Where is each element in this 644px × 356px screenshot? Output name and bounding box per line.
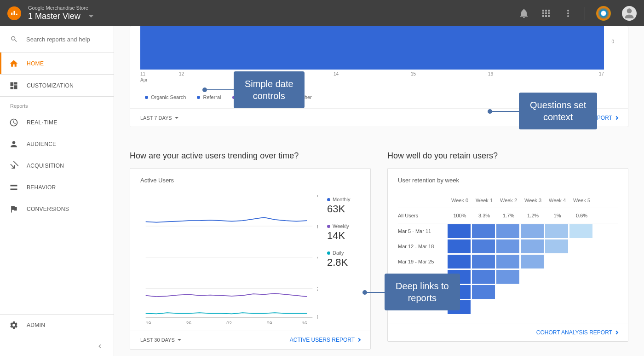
search-icon	[10, 35, 18, 43]
nav-acquisition[interactable]: ACQUISITION	[0, 155, 114, 176]
x-tick: 17	[565, 71, 604, 76]
heat-cell	[472, 255, 495, 268]
table-header: Week 1	[472, 198, 496, 203]
nav-customization[interactable]: CUSTOMIZATION	[0, 75, 114, 96]
svg-text:40K: 40K	[317, 254, 318, 260]
bar-chart	[140, 26, 604, 70]
heat-cell	[521, 224, 544, 238]
table-cell: 3.3%	[472, 213, 496, 218]
legend-dot	[197, 96, 200, 99]
nav-admin[interactable]: ADMIN	[0, 314, 114, 336]
heat-cell	[472, 285, 495, 299]
row-label: Mar 5 - Mar 11	[398, 228, 448, 234]
nav-behavior[interactable]: BEHAVIOR	[0, 176, 114, 198]
apps-icon[interactable]	[540, 8, 552, 19]
card-title: Active Users	[130, 169, 370, 189]
callout-questions: Questions setcontext	[519, 93, 597, 129]
heat-cell	[569, 224, 592, 238]
app-header: Google Merchandise Store 1 Master View	[0, 0, 644, 26]
table-cell: 100%	[448, 213, 472, 218]
table-row: Mar 12 - Mar 18	[398, 239, 618, 254]
active-users-card: Active Users 80K 60K 40K 20K 0	[130, 168, 371, 350]
heat-cell	[545, 239, 568, 253]
table-cell: 1.7%	[496, 213, 521, 218]
user-avatar[interactable]	[622, 6, 637, 21]
view-selector[interactable]: 1 Master View	[28, 12, 93, 21]
search-input[interactable]	[26, 36, 104, 43]
table-row: Mar 19 - Mar 25	[398, 254, 618, 269]
table-header: Week 5	[569, 198, 594, 203]
chevron-down-icon	[175, 117, 178, 119]
more-vert-icon[interactable]	[563, 8, 574, 19]
heat-cell	[496, 224, 519, 238]
legend-dot	[145, 96, 148, 99]
sidebar: HOME CUSTOMIZATION Reports REAL-TIME AUD…	[0, 26, 114, 356]
heat-cell	[472, 239, 495, 253]
svg-text:09: 09	[267, 321, 272, 324]
date-range-selector[interactable]: Last 30 days	[140, 337, 181, 343]
table-cell: 1.2%	[521, 213, 545, 218]
nav-realtime[interactable]: REAL-TIME	[0, 111, 114, 133]
chevron-down-icon	[89, 15, 93, 18]
heat-cell	[496, 239, 519, 253]
chevron-right-icon	[615, 116, 618, 119]
ga-logo-icon	[7, 6, 21, 20]
cohort-report-link[interactable]: COHORT ANALYSIS REPORT	[536, 329, 618, 336]
stat-block: Weekly14K	[327, 223, 360, 242]
heat-cell	[545, 224, 568, 238]
svg-text:80K: 80K	[317, 195, 318, 198]
retention-card: User retention by week Week 0Week 1Week …	[387, 168, 628, 342]
callout-date: Simple datecontrols	[234, 71, 305, 108]
x-tick: 14	[334, 71, 411, 76]
active-users-question: How are your active users trending over …	[130, 151, 371, 161]
date-range-selector[interactable]: Last 7 days	[140, 115, 178, 121]
nav-home[interactable]: HOME	[0, 53, 114, 74]
chevron-right-icon	[615, 330, 618, 334]
heat-cell	[521, 239, 544, 253]
row-label: Mar 19 - Mar 25	[398, 259, 448, 264]
nav-audience[interactable]: AUDIENCE	[0, 133, 114, 155]
chevron-down-icon	[178, 339, 181, 341]
collapse-sidebar[interactable]	[0, 336, 114, 356]
table-row: Mar 5 - Mar 11	[398, 223, 618, 239]
x-tick: 15	[411, 71, 488, 76]
table-header: Week 0	[448, 198, 472, 203]
callout-links: Deep links toreports	[385, 274, 460, 310]
heat-cell	[448, 239, 471, 253]
main-content: 0 11121314151617 Apr Organic SearchRefer…	[114, 26, 644, 356]
heat-cell	[472, 270, 495, 284]
table-cell: 0.6%	[569, 213, 594, 218]
chevron-left-icon	[96, 343, 104, 350]
dashboard-avatar[interactable]	[596, 6, 611, 21]
retention-question: How well do you retain users?	[387, 151, 628, 161]
legend-item: Organic Search	[145, 94, 186, 100]
active-users-report-link[interactable]: ACTIVE USERS REPORT	[290, 337, 360, 343]
svg-text:60K: 60K	[317, 223, 318, 229]
table-cell: 1%	[545, 213, 569, 218]
heat-cell	[472, 224, 495, 238]
table-header: Week 4	[545, 198, 569, 203]
stat-block: Daily2.8K	[327, 250, 360, 268]
heat-cell	[496, 255, 519, 268]
x-tick: 16	[488, 71, 565, 76]
store-name: Google Merchandise Store	[28, 5, 93, 11]
bell-icon[interactable]	[518, 8, 529, 19]
svg-text:26: 26	[186, 321, 191, 324]
divider	[585, 7, 585, 20]
svg-text:19: 19	[146, 321, 151, 324]
x-tick: 11	[140, 71, 179, 76]
heat-cell	[448, 255, 471, 268]
heat-cell	[448, 224, 471, 238]
reports-label: Reports	[0, 97, 114, 111]
table-header: Week 3	[521, 198, 545, 203]
active-users-chart: 80K 60K 40K 20K 0 19 Mar 26 02	[140, 195, 318, 324]
heat-cell	[521, 255, 544, 268]
heat-cell	[496, 270, 519, 284]
svg-text:0: 0	[317, 314, 318, 320]
nav-conversions[interactable]: CONVERSIONS	[0, 198, 114, 220]
chevron-right-icon	[357, 338, 361, 342]
legend-item: Referral	[197, 94, 221, 100]
svg-text:20K: 20K	[317, 286, 318, 292]
row-label: Mar 12 - Mar 18	[398, 244, 448, 249]
card-title: User retention by week	[388, 169, 628, 189]
